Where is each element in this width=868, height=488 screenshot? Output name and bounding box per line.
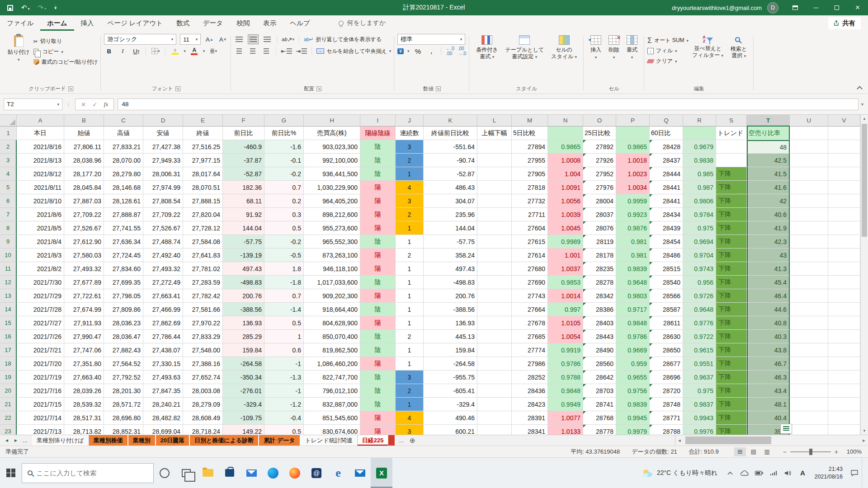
cell[interactable]: 27,847.35 bbox=[143, 384, 183, 398]
cell[interactable]: 28,571.72 bbox=[104, 398, 143, 411]
cell[interactable] bbox=[477, 330, 512, 343]
cell[interactable]: 0.9615 bbox=[683, 343, 716, 357]
cell[interactable] bbox=[828, 343, 860, 357]
cell[interactable] bbox=[790, 425, 828, 435]
network-icon[interactable] bbox=[766, 458, 781, 488]
cell[interactable]: 27894 bbox=[512, 140, 548, 154]
cell[interactable]: 992,100,000 bbox=[304, 154, 360, 167]
cell[interactable]: 27,493.32 bbox=[64, 262, 104, 276]
cell[interactable] bbox=[790, 303, 828, 316]
cell[interactable]: 0.9839 bbox=[616, 262, 650, 276]
bottom-align-icon[interactable] bbox=[262, 34, 272, 44]
cell[interactable]: 陽 bbox=[360, 289, 396, 303]
row-header-23[interactable]: 23 bbox=[0, 425, 17, 435]
cell[interactable]: 2021/7/28 bbox=[17, 303, 64, 316]
cell[interactable]: 0.9722 bbox=[683, 330, 716, 343]
cell[interactable]: -57.75 bbox=[223, 235, 264, 249]
cell[interactable]: 1.0014 bbox=[548, 289, 583, 303]
cell[interactable]: 2021/7/27 bbox=[17, 316, 64, 330]
cell[interactable]: 68.11 bbox=[223, 194, 264, 208]
cell[interactable]: 28,036.47 bbox=[104, 330, 143, 343]
cell[interactable]: 0.9838 bbox=[683, 154, 716, 167]
increase-decimal-icon[interactable]: ←.0.00 bbox=[446, 46, 454, 56]
header-cell[interactable] bbox=[616, 127, 650, 140]
cell[interactable]: 27,728.12 bbox=[183, 221, 223, 235]
cell[interactable]: 0.975 bbox=[683, 221, 716, 235]
cell[interactable]: 1.0034 bbox=[616, 181, 650, 194]
cell[interactable]: 0.5 bbox=[264, 316, 304, 330]
cell[interactable]: 46.7 bbox=[747, 357, 790, 371]
header-cell[interactable] bbox=[828, 127, 860, 140]
cell[interactable]: 28,201.30 bbox=[104, 384, 143, 398]
cell[interactable]: 28748 bbox=[650, 398, 683, 411]
cell[interactable]: -0.2 bbox=[264, 235, 304, 249]
cell[interactable]: 1.0054 bbox=[548, 330, 583, 343]
cell[interactable]: 40.3 bbox=[747, 330, 790, 343]
sheet-overflow[interactable]: ... bbox=[395, 435, 407, 446]
cell[interactable]: 1.0023 bbox=[616, 167, 650, 181]
cell[interactable]: 1,030,229,900 bbox=[304, 181, 360, 194]
cell[interactable]: 27,492.40 bbox=[143, 249, 183, 262]
percent-style-icon[interactable]: % bbox=[413, 46, 423, 56]
cell[interactable]: 1.8 bbox=[264, 262, 304, 276]
tab-ヘルプ[interactable]: ヘルプ bbox=[283, 15, 317, 31]
cell[interactable]: 0.987 bbox=[683, 181, 716, 194]
cell[interactable]: 182.36 bbox=[223, 181, 264, 194]
cell[interactable]: 28768 bbox=[583, 411, 616, 425]
row-header-14[interactable]: 14 bbox=[0, 303, 17, 316]
cell[interactable]: 28443 bbox=[583, 330, 616, 343]
sheet-tab-累計 データ[interactable]: 累計 データ bbox=[259, 435, 300, 446]
cell[interactable]: 0.9943 bbox=[683, 411, 716, 425]
cell[interactable]: 2 bbox=[396, 208, 424, 221]
cell[interactable]: 850,070,400 bbox=[304, 330, 360, 343]
sheet-tab-トレンド統計関連[interactable]: トレンド統計関連 bbox=[301, 435, 358, 446]
cell[interactable]: -498.83 bbox=[223, 276, 264, 289]
cell[interactable] bbox=[790, 371, 828, 384]
row-header-8[interactable]: 8 bbox=[0, 221, 17, 235]
cell[interactable]: 27,612.90 bbox=[64, 235, 104, 249]
tab-数式[interactable]: 数式 bbox=[170, 15, 196, 31]
cell[interactable]: 28341 bbox=[512, 425, 548, 435]
battery-icon[interactable] bbox=[752, 458, 766, 488]
cell[interactable]: 445.13 bbox=[424, 330, 477, 343]
close-icon[interactable]: × bbox=[847, 0, 868, 15]
cell[interactable]: 1,086,460,200 bbox=[304, 357, 360, 371]
cell[interactable]: 2021/7/21 bbox=[17, 343, 64, 357]
cell[interactable] bbox=[790, 221, 828, 235]
cell[interactable]: 3 bbox=[396, 371, 424, 384]
cell[interactable] bbox=[828, 384, 860, 398]
cell[interactable]: 下降 bbox=[716, 357, 747, 371]
cell[interactable]: 0.9679 bbox=[683, 140, 716, 154]
cell[interactable]: 陽 bbox=[360, 181, 396, 194]
wrap-text-button[interactable]: ab↵折り返して全体を表示する bbox=[304, 34, 382, 45]
action-center-icon[interactable] bbox=[847, 458, 862, 488]
share-button[interactable]: 共有 bbox=[828, 17, 861, 29]
cell[interactable]: 28004 bbox=[583, 194, 616, 208]
column-header-K[interactable]: K bbox=[424, 115, 477, 127]
cell[interactable]: 27,283.59 bbox=[183, 276, 223, 289]
cell[interactable] bbox=[828, 235, 860, 249]
cell[interactable]: 27,493.32 bbox=[143, 262, 183, 276]
cell[interactable]: 28,608.49 bbox=[183, 411, 223, 425]
mail-app-button[interactable]: @ bbox=[306, 458, 327, 488]
cell[interactable]: 946,118,100 bbox=[304, 262, 360, 276]
italic-button[interactable]: I bbox=[118, 46, 127, 56]
cell[interactable]: 0.9848 bbox=[616, 316, 650, 330]
cell[interactable]: 1.0056 bbox=[548, 194, 583, 208]
cell[interactable]: 41.3 bbox=[747, 262, 790, 276]
column-header-G[interactable]: G bbox=[264, 115, 304, 127]
find-select-button[interactable]: 検索と選択 ▾ bbox=[727, 33, 750, 61]
cell[interactable]: -52.87 bbox=[424, 167, 477, 181]
cell[interactable]: 0.5 bbox=[264, 425, 304, 435]
cell[interactable]: 2 bbox=[396, 154, 424, 167]
cell[interactable]: 27,388.16 bbox=[183, 357, 223, 371]
cell[interactable] bbox=[790, 140, 828, 154]
cell[interactable]: 28,128.61 bbox=[104, 194, 143, 208]
cell[interactable]: 28720 bbox=[650, 384, 683, 398]
ime-indicator[interactable]: A bbox=[795, 458, 810, 488]
ribbon-display-options-icon[interactable] bbox=[785, 0, 806, 15]
sheet-tab-20日騰落[interactable]: 20日騰落 bbox=[156, 435, 190, 446]
cell[interactable]: 2021/8/13 bbox=[17, 154, 64, 167]
header-cell[interactable]: 60日比 bbox=[650, 127, 683, 140]
cell[interactable]: 陰 bbox=[360, 371, 396, 384]
